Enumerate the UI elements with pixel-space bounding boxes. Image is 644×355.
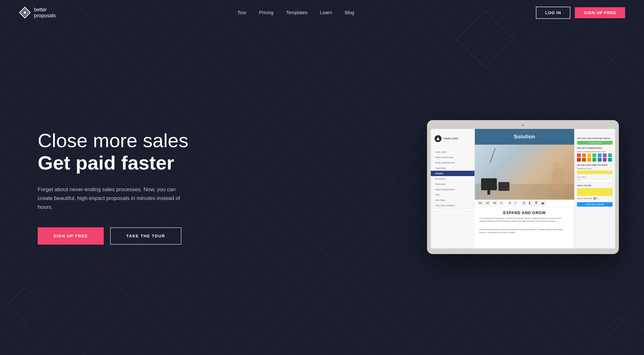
- tablet-camera: [522, 124, 524, 126]
- logo[interactable]: better proposals: [19, 7, 56, 19]
- panel-section-upload: UPLOAD A BACKGROUND IMAGE: [577, 137, 613, 139]
- sidebar-item-timescales[interactable]: Timescales: [431, 181, 475, 187]
- white-mode-label: Switch to White Mode: [577, 197, 592, 199]
- toggle-switch[interactable]: [593, 197, 598, 200]
- color-cell-14[interactable]: [608, 158, 612, 162]
- tablet-frame: YOUR LOGO Cover Letter Where We Are Now …: [427, 120, 619, 254]
- app-toolbar: H1 H2 H3 4 B I ☰ ▌ ≣ 📷: [475, 200, 574, 207]
- color-cell-13[interactable]: [603, 158, 607, 162]
- toolbar-h2[interactable]: H2: [485, 201, 491, 205]
- signup-hero-button[interactable]: SIGN UP FREE: [38, 227, 104, 245]
- nav-item-pricing[interactable]: Pricing: [259, 10, 274, 15]
- hero-ctas: SIGN UP FREE TAKE THE TOUR: [38, 227, 192, 245]
- toolbar-divider-2: [519, 201, 519, 205]
- sidebar-item-solution[interactable]: Solution: [431, 171, 475, 176]
- white-mode-toggle: Switch to White Mode: [577, 197, 613, 200]
- app-photo: [475, 145, 574, 200]
- app-doc-content: EXPAND AND GROW In our professional expe…: [475, 207, 574, 238]
- logo-icon: [19, 7, 31, 19]
- brand-name-line1: better: [34, 7, 47, 12]
- your-logo-label: YOUR LOGO: [443, 137, 458, 140]
- right-arrow-icon[interactable]: →: [465, 209, 468, 213]
- login-button[interactable]: LOG IN: [536, 7, 571, 19]
- sidebar-item-terms[interactable]: Terms and Conditions: [431, 203, 475, 208]
- color-cell-12[interactable]: [598, 158, 602, 162]
- doc-text-2: [Solution/product/service name and bulle…: [479, 228, 570, 234]
- sidebar-item-cover[interactable]: Cover Letter: [431, 149, 475, 155]
- toolbar-h3[interactable]: H3: [492, 201, 498, 205]
- text-color-value: ffffff: [577, 178, 582, 182]
- toolbar-bold[interactable]: B: [508, 201, 512, 205]
- person-body: [552, 168, 565, 190]
- color-cell-2[interactable]: [582, 153, 586, 157]
- panel-left-arrow[interactable]: ←: [606, 132, 609, 135]
- app-sidebar: YOUR LOGO Cover Letter Where We Are Now …: [431, 129, 475, 248]
- color-cell-7[interactable]: [608, 153, 612, 157]
- toolbar-align[interactable]: ≣: [534, 201, 539, 205]
- color-cell-6[interactable]: [603, 153, 607, 157]
- panel-subtitle-presets: Choose a background and text colour: [577, 151, 613, 153]
- choose-image-button[interactable]: Choose an Image: [577, 141, 613, 145]
- toolbar-h1[interactable]: H1: [477, 201, 483, 205]
- sidebar-logo-area: YOUR LOGO: [431, 133, 475, 147]
- color-cell-4[interactable]: [592, 153, 596, 157]
- color-cell-11[interactable]: [592, 158, 596, 162]
- navbar: better proposals Tour Pricing Templates …: [0, 0, 644, 25]
- toolbar-italic[interactable]: I: [514, 201, 517, 205]
- panel-section-filter: ADD A FILTER: [577, 185, 613, 186]
- color-cell-9[interactable]: [582, 158, 586, 162]
- nav-item-blog[interactable]: Blog: [345, 10, 354, 15]
- text-color-input[interactable]: ffffff: [577, 179, 613, 183]
- toolbar-h4[interactable]: 4: [499, 201, 503, 205]
- app-header-bar: Solution: [475, 129, 574, 145]
- nav-item-learn[interactable]: Learn: [320, 10, 332, 15]
- panel-text-input-row: ffffff: [577, 179, 613, 183]
- app-main: Solution: [475, 129, 574, 248]
- bg-color-input[interactable]: [577, 170, 613, 174]
- sidebar-logo-circle: [435, 135, 441, 142]
- color-cell-8[interactable]: [577, 158, 581, 162]
- monitor-1: [481, 178, 497, 190]
- brand-name: better proposals: [34, 7, 56, 19]
- panel-nav-arrows: ← →: [577, 132, 613, 135]
- take-tour-button[interactable]: TAKE THE TOUR: [110, 227, 182, 245]
- headline-line1: Close more sales: [38, 130, 188, 151]
- monitor-2: [498, 182, 509, 191]
- sidebar-item-casestudy[interactable]: Case Study: [431, 165, 475, 171]
- panel-bg-label: Background Colour: [577, 168, 613, 169]
- sidebar-item-faq[interactable]: FAQ: [431, 192, 475, 197]
- sidebar-item-investment[interactable]: Investment: [431, 176, 475, 181]
- color-cell-5[interactable]: [598, 153, 602, 157]
- sidebar-item-goals[interactable]: Goals and Resources: [431, 160, 475, 165]
- nav-links: Tour Pricing Templates Learn Blog: [237, 10, 354, 15]
- save-update-button[interactable]: SAVE AND UPDATE: [577, 202, 613, 207]
- sidebar-item-project[interactable]: Project Requirements: [431, 187, 475, 192]
- toolbar-list2[interactable]: ▌: [528, 201, 532, 205]
- doc-text-1: In our professional experience, in order…: [479, 217, 570, 223]
- nav-item-tour[interactable]: Tour: [237, 10, 247, 15]
- brand-name-line2: proposals: [34, 13, 56, 18]
- panel-text-label: Text Colour: [577, 176, 613, 178]
- panel-right-arrow[interactable]: →: [610, 132, 613, 135]
- sidebar-item-nextsteps[interactable]: Next Steps: [431, 197, 475, 203]
- app-right-panel: ← → UPLOAD A BACKGROUND IMAGE Choose an …: [574, 129, 615, 248]
- tablet-mockup: YOUR LOGO Cover Letter Where We Are Now …: [427, 120, 619, 254]
- lamp-pole: [490, 148, 496, 163]
- left-arrow-icon[interactable]: ←: [437, 209, 440, 213]
- color-cell-1[interactable]: [577, 153, 581, 157]
- toolbar-list1[interactable]: ☰: [521, 201, 526, 205]
- tablet-screen: YOUR LOGO Cover Letter Where We Are Now …: [431, 129, 615, 248]
- toolbar-image[interactable]: 📷: [540, 201, 546, 205]
- hero-section: Close more sales Get paid faster Forget …: [0, 25, 644, 355]
- headline-line2: Get paid faster: [38, 152, 192, 174]
- color-cell-10[interactable]: [587, 158, 591, 162]
- person-head: [553, 162, 561, 170]
- filter-preview: [577, 188, 613, 196]
- hero-left: Close more sales Get paid faster Forget …: [38, 129, 192, 245]
- nav-item-templates[interactable]: Templates: [286, 10, 308, 15]
- signup-nav-button[interactable]: SIGN UP FREE: [575, 7, 625, 18]
- sidebar-item-where[interactable]: Where We Are Now: [431, 155, 475, 160]
- nav-actions: LOG IN SIGN UP FREE: [536, 7, 625, 19]
- color-cell-3[interactable]: [587, 153, 591, 157]
- monitor-stand-1: [487, 190, 490, 195]
